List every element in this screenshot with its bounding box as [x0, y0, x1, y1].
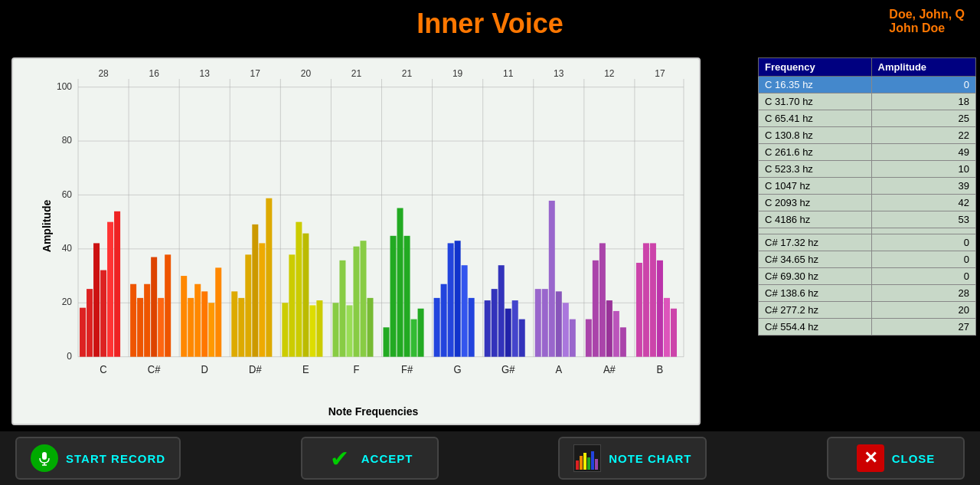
- svg-rect-71: [360, 241, 366, 356]
- svg-text:20: 20: [62, 297, 72, 307]
- svg-rect-75: [397, 208, 403, 357]
- table-row[interactable]: C 1047 hz39: [759, 178, 976, 195]
- svg-rect-124: [576, 460, 579, 470]
- table-row[interactable]: C 31.70 hz18: [759, 93, 976, 110]
- table-row[interactable]: [759, 228, 976, 234]
- freq-cell: [759, 228, 872, 234]
- table-row[interactable]: C 2093 hz42: [759, 195, 976, 211]
- svg-rect-73: [384, 327, 390, 356]
- close-button[interactable]: ✕ CLOSE: [827, 437, 965, 480]
- svg-rect-64: [302, 234, 309, 357]
- freq-cell: C 31.70 hz: [759, 93, 872, 110]
- mic-svg: [37, 451, 52, 466]
- table-row[interactable]: C 523.3 hz10: [759, 161, 976, 178]
- freq-col-header: Frequency: [759, 58, 872, 77]
- accept-button[interactable]: ✔ ACCEPT: [301, 437, 439, 480]
- freq-cell: C 4186 hz: [759, 211, 872, 228]
- freq-cell: C 2093 hz: [759, 195, 872, 211]
- svg-rect-43: [130, 284, 136, 357]
- svg-text:40: 40: [62, 243, 72, 254]
- svg-rect-99: [599, 243, 606, 356]
- svg-text:G#: G#: [501, 364, 515, 375]
- amp-cell: 0: [871, 251, 975, 268]
- svg-rect-53: [208, 303, 214, 356]
- svg-rect-48: [165, 254, 171, 356]
- table-row[interactable]: C# 138.6 hz28: [759, 285, 976, 302]
- note-chart-icon: [573, 444, 601, 472]
- svg-text:17: 17: [655, 67, 665, 78]
- svg-text:100: 100: [57, 81, 72, 92]
- svg-text:E: E: [302, 364, 309, 375]
- svg-rect-89: [512, 300, 518, 357]
- svg-text:A#: A#: [603, 364, 616, 375]
- svg-rect-125: [580, 456, 583, 470]
- svg-text:13: 13: [200, 67, 210, 78]
- svg-rect-95: [563, 303, 569, 356]
- svg-rect-98: [593, 261, 599, 357]
- svg-rect-108: [671, 309, 677, 357]
- svg-rect-66: [316, 300, 322, 357]
- start-record-button[interactable]: START RECORD: [15, 437, 181, 480]
- svg-rect-41: [107, 222, 113, 357]
- mic-icon: [31, 444, 58, 472]
- svg-text:B: B: [657, 364, 664, 375]
- svg-rect-59: [259, 243, 265, 356]
- svg-rect-129: [595, 459, 598, 470]
- svg-text:F: F: [353, 364, 359, 375]
- amp-cell: 28: [871, 285, 975, 302]
- svg-text:28: 28: [98, 67, 108, 78]
- table-row[interactable]: C# 277.2 hz20: [759, 302, 976, 319]
- svg-rect-69: [346, 305, 352, 356]
- note-chart-button[interactable]: NOTE CHART: [558, 437, 707, 480]
- svg-rect-80: [441, 284, 447, 357]
- user-info: Doe, John, Q John Doe: [889, 8, 965, 35]
- amp-col-header: Amplitude: [871, 58, 975, 77]
- svg-rect-70: [353, 247, 359, 357]
- svg-rect-60: [266, 198, 272, 357]
- svg-rect-55: [231, 291, 237, 356]
- user-line2: John Doe: [889, 21, 965, 35]
- table-row[interactable]: C 16.35 hz0: [759, 77, 976, 93]
- svg-text:13: 13: [554, 67, 564, 78]
- svg-text:16: 16: [149, 67, 158, 78]
- svg-rect-86: [492, 289, 498, 357]
- amp-cell: [871, 228, 975, 234]
- table-row[interactable]: C# 554.4 hz27: [759, 319, 976, 336]
- svg-rect-38: [87, 289, 93, 357]
- svg-rect-52: [201, 291, 207, 356]
- freq-table: Frequency Amplitude C 16.35 hz0C 31.70 h…: [758, 57, 976, 336]
- table-row[interactable]: C# 17.32 hz0: [759, 234, 976, 251]
- table-row[interactable]: C# 69.30 hz0: [759, 268, 976, 285]
- svg-rect-50: [188, 298, 194, 357]
- table-row[interactable]: C 261.6 hz49: [759, 144, 976, 161]
- table-scroll[interactable]: Frequency Amplitude C 16.35 hz0C 31.70 h…: [758, 57, 976, 425]
- svg-rect-101: [613, 311, 619, 357]
- svg-rect-37: [80, 308, 86, 357]
- svg-text:G: G: [454, 364, 462, 375]
- amp-cell: 0: [871, 234, 975, 251]
- svg-rect-84: [469, 298, 475, 357]
- svg-text:A: A: [555, 364, 562, 375]
- svg-rect-97: [586, 320, 592, 357]
- freq-cell: C 65.41 hz: [759, 110, 872, 127]
- svg-rect-79: [434, 298, 440, 357]
- svg-text:F#: F#: [401, 364, 413, 375]
- freq-cell: C# 17.32 hz: [759, 234, 872, 251]
- amp-cell: 18: [871, 93, 975, 110]
- freq-cell: C 130.8 hz: [759, 127, 872, 144]
- freq-cell: C# 34.65 hz: [759, 251, 872, 268]
- start-record-label: START RECORD: [66, 452, 165, 465]
- table-row[interactable]: C 65.41 hz25: [759, 110, 976, 127]
- svg-rect-68: [339, 261, 345, 357]
- svg-rect-39: [93, 243, 100, 356]
- svg-text:D#: D#: [249, 364, 262, 375]
- table-row[interactable]: C 130.8 hz22: [759, 127, 976, 144]
- svg-rect-126: [583, 453, 586, 470]
- freq-cell: C 261.6 hz: [759, 144, 872, 161]
- svg-rect-54: [215, 267, 221, 356]
- accept-label: ACCEPT: [361, 452, 413, 465]
- table-row[interactable]: C# 34.65 hz0: [759, 251, 976, 268]
- table-row[interactable]: C 4186 hz53: [759, 211, 976, 228]
- svg-rect-65: [309, 305, 315, 356]
- chart-svg: 0 20 40 60 80 100 28 16 13 17 20 21 21 1…: [55, 67, 691, 385]
